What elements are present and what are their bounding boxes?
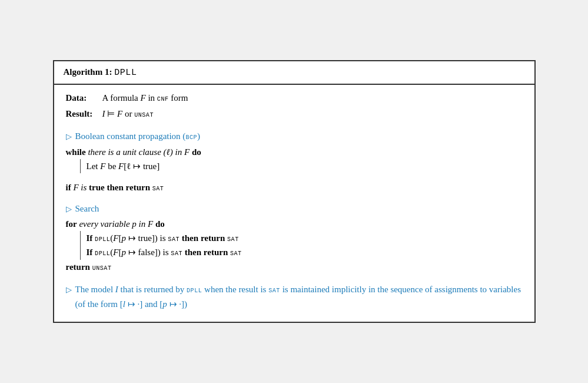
algorithm-body: Data: A formula F in cnf form Result: I … bbox=[54, 85, 534, 321]
if1-line: If dpll(F[p ↦ true]) is sat then return … bbox=[87, 231, 523, 245]
data-value: A formula F in cnf form bbox=[102, 91, 188, 105]
data-line: Data: A formula F in cnf form bbox=[66, 91, 523, 105]
algorithm-header: Algorithm 1: DPLL bbox=[54, 61, 534, 85]
if1-line-wrapper: If dpll(F[p ↦ true]) is sat then return … bbox=[66, 231, 523, 245]
if-sat-line: if F is true then return sat bbox=[66, 180, 523, 194]
return-unsat-line: return unsat bbox=[66, 260, 523, 274]
for-line: for every variable p in F do bbox=[66, 217, 523, 231]
for-keyword: for bbox=[66, 217, 77, 231]
search-comment: ▷ Search bbox=[66, 202, 523, 216]
search-triangle-icon: ▷ bbox=[66, 203, 72, 216]
bcp-comment: ▷ Boolean constant propagation (bcp) bbox=[66, 129, 523, 143]
let-line-wrapper: Let F be F[ℓ ↦ true] bbox=[66, 159, 523, 173]
algorithm-box: Algorithm 1: DPLL Data: A formula F in c… bbox=[53, 60, 536, 322]
if-keyword: if bbox=[66, 180, 71, 194]
search-comment-text: Search bbox=[75, 202, 99, 216]
indent-bar bbox=[80, 159, 81, 173]
return-keyword-1: return bbox=[126, 180, 150, 194]
indent-bar-3 bbox=[80, 245, 81, 259]
algorithm-label: Algorithm 1: bbox=[64, 67, 112, 77]
for-condition: every variable p in F bbox=[79, 217, 153, 231]
note-comment: ▷ The model I that is returned by dpll w… bbox=[66, 281, 523, 311]
then-keyword: then bbox=[107, 180, 124, 194]
unsat-label: unsat bbox=[92, 261, 112, 274]
while-condition: there is a unit clause (ℓ) in F bbox=[88, 145, 190, 159]
bcp-triangle-icon: ▷ bbox=[66, 131, 72, 143]
if-condition: F bbox=[73, 180, 78, 194]
result-line: Result: I ⊨ F or unsat bbox=[66, 107, 523, 121]
algorithm-name: DPLL bbox=[114, 68, 137, 78]
data-key: Data: bbox=[66, 91, 102, 105]
if2-line-wrapper: If dpll(F[p ↦ false]) is sat then return… bbox=[66, 245, 523, 259]
for-do-keyword: do bbox=[155, 217, 165, 231]
result-value: I ⊨ F or unsat bbox=[102, 107, 154, 121]
indent-bar-2 bbox=[80, 231, 81, 245]
result-key: Result: bbox=[66, 107, 102, 121]
sat-label-1: sat bbox=[152, 181, 164, 194]
if2-line: If dpll(F[p ↦ false]) is sat then return… bbox=[87, 245, 523, 259]
let-line: Let F be F[ℓ ↦ true] bbox=[87, 159, 523, 173]
return-keyword-2: return bbox=[66, 260, 90, 274]
note-text: The model I that is returned by dpll whe… bbox=[75, 282, 523, 311]
while-line: while there is a unit clause (ℓ) in F do bbox=[66, 145, 523, 159]
note-triangle-icon: ▷ bbox=[66, 284, 72, 296]
if-true-keyword: true bbox=[89, 180, 105, 194]
while-keyword: while bbox=[66, 145, 86, 159]
bcp-comment-text: Boolean constant propagation (bcp) bbox=[75, 129, 201, 143]
while-do-keyword: do bbox=[192, 145, 201, 159]
